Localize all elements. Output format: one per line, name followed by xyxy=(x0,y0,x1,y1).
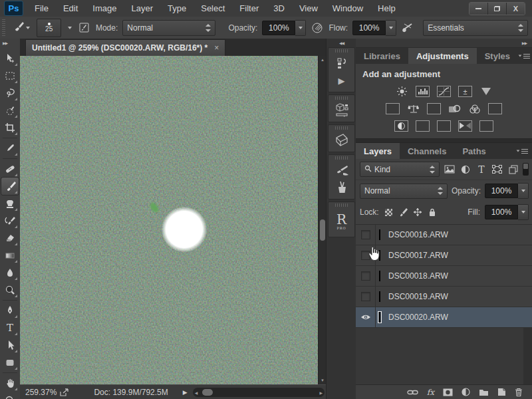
tool-history-brush[interactable] xyxy=(1,212,19,229)
dock-grip[interactable] xyxy=(335,126,348,130)
canvas[interactable] xyxy=(20,56,318,384)
tab-close-icon[interactable]: × xyxy=(214,43,219,53)
airbrush-toggle-icon[interactable] xyxy=(401,22,414,34)
selective-color-icon[interactable] xyxy=(479,120,493,132)
tool-spot-healing-brush[interactable] xyxy=(1,160,19,178)
layer-row-dsc00019[interactable]: DSC00019.ARW xyxy=(356,287,532,307)
tool-dodge[interactable] xyxy=(1,281,19,299)
add-layer-mask-icon[interactable] xyxy=(443,388,453,396)
tool-rectangle[interactable] xyxy=(1,354,19,371)
layer-thumbnail[interactable] xyxy=(378,271,381,281)
layer-row-dsc00016[interactable]: DSC00016.ARW xyxy=(356,225,532,245)
black-white-icon[interactable] xyxy=(427,103,441,114)
flow-dropdown[interactable] xyxy=(386,20,396,36)
new-group-icon[interactable] xyxy=(479,388,489,396)
color-lookup-icon[interactable] xyxy=(488,103,502,114)
dock-grip[interactable] xyxy=(335,96,348,100)
filter-pixel-layers-icon[interactable] xyxy=(443,164,456,176)
tool-move[interactable] xyxy=(1,50,19,67)
filter-type-layers-icon[interactable]: T xyxy=(475,164,487,176)
brush-size-dropdown[interactable] xyxy=(66,19,73,37)
kind-filter-select[interactable]: Kind xyxy=(360,162,440,177)
menu-view[interactable]: View xyxy=(292,1,325,15)
tool-eyedropper[interactable] xyxy=(1,140,19,157)
3d-panel-icon[interactable] xyxy=(332,102,352,119)
filter-adjustment-layers-icon[interactable] xyxy=(459,164,471,176)
tool-lasso[interactable] xyxy=(1,84,19,102)
layer-name[interactable]: DSC00019.ARW xyxy=(388,292,448,301)
tool-presets-panel-icon[interactable] xyxy=(332,179,352,196)
mode-select[interactable]: Normal xyxy=(122,20,215,36)
levels-icon[interactable] xyxy=(416,86,430,97)
dock-grip[interactable] xyxy=(335,203,348,207)
menu-layer[interactable]: Layer xyxy=(124,1,161,15)
scroll-right-icon[interactable]: ▶ xyxy=(319,390,323,395)
tab-channels[interactable]: Channels xyxy=(400,143,455,159)
opacity-dropdown[interactable] xyxy=(295,20,306,36)
close-button[interactable]: X xyxy=(506,3,525,15)
tab-paths[interactable]: Paths xyxy=(454,143,493,159)
menu-image[interactable]: Image xyxy=(85,1,124,15)
layer-name[interactable]: DSC00020.ARW xyxy=(388,313,448,322)
tool-clone-stamp[interactable] xyxy=(1,195,19,212)
layer-thumbnail[interactable] xyxy=(378,291,381,302)
layer-row-dsc00018[interactable]: DSC00018.ARW xyxy=(356,266,532,287)
photo-filter-icon[interactable] xyxy=(448,104,461,114)
scroll-left-icon[interactable]: ◀ xyxy=(195,390,198,395)
brush-size-control[interactable]: 25 xyxy=(37,19,61,37)
layer-thumbnail[interactable] xyxy=(378,312,381,323)
tab-adjustments[interactable]: Adjustments xyxy=(408,48,477,64)
tool-preset-picker[interactable] xyxy=(11,19,32,36)
visibility-toggle[interactable] xyxy=(356,287,376,307)
menu-help[interactable]: Help xyxy=(370,1,403,15)
lock-image-icon[interactable] xyxy=(398,207,408,217)
invert-icon[interactable] xyxy=(394,120,408,132)
link-layers-icon[interactable] xyxy=(407,389,418,396)
layer-thumbnail[interactable] xyxy=(378,229,381,240)
tool-hand[interactable] xyxy=(1,374,19,392)
layer-name[interactable]: DSC00016.ARW xyxy=(388,230,448,239)
dock-expand-icon[interactable]: ▶▶ xyxy=(356,39,532,48)
lock-transparency-icon[interactable] xyxy=(384,207,394,217)
color-balance-icon[interactable] xyxy=(407,104,420,114)
tool-brush[interactable] xyxy=(1,178,19,195)
menu-filter[interactable]: Filter xyxy=(232,1,266,15)
tool-crop[interactable] xyxy=(1,119,19,136)
curves-icon[interactable] xyxy=(437,86,451,97)
vibrance-icon[interactable] xyxy=(479,86,492,96)
menu-file[interactable]: File xyxy=(27,1,56,15)
layer-row-dsc00017[interactable]: DSC00017.ARW xyxy=(356,245,532,266)
ribbon-panel-icon[interactable] xyxy=(332,132,352,149)
layer-style-icon[interactable]: fx xyxy=(427,388,434,397)
tab-layers[interactable]: Layers xyxy=(356,143,400,159)
zoom-level-field[interactable]: 259.37% xyxy=(25,388,57,397)
actions-panel-icon[interactable]: ▶ xyxy=(332,72,352,89)
minimize-button[interactable] xyxy=(469,3,487,15)
status-menu-arrow-icon[interactable]: ▶ xyxy=(183,389,188,396)
tool-blur[interactable] xyxy=(1,264,19,281)
opacity-field[interactable]: 100% xyxy=(262,21,295,35)
new-layer-icon[interactable] xyxy=(497,388,506,396)
history-panel-icon[interactable] xyxy=(332,55,352,72)
layer-name[interactable]: DSC00018.ARW xyxy=(388,271,448,281)
dock-collapse-icon[interactable]: ◀◀ xyxy=(327,39,356,47)
tool-zoom[interactable] xyxy=(1,392,19,399)
delete-layer-icon[interactable] xyxy=(515,388,523,396)
tool-type[interactable]: T xyxy=(1,319,19,336)
panel-menu-button[interactable] xyxy=(518,48,532,64)
layer-blend-mode-select[interactable]: Normal xyxy=(360,184,448,199)
brightness-contrast-icon[interactable] xyxy=(396,86,408,96)
menu-select[interactable]: Select xyxy=(194,1,232,15)
tab-styles[interactable]: Styles xyxy=(477,48,518,64)
brush-settings-panel-icon[interactable] xyxy=(332,162,352,179)
horizontal-scroll-thumb[interactable] xyxy=(202,389,213,396)
toggle-brush-panel-button[interactable] xyxy=(78,22,91,34)
channel-mixer-icon[interactable] xyxy=(468,104,481,114)
restore-button[interactable] xyxy=(487,3,506,15)
menu-3d[interactable]: 3D xyxy=(266,1,292,15)
visibility-toggle[interactable] xyxy=(356,266,376,286)
visibility-toggle[interactable] xyxy=(356,225,376,245)
vertical-scroll-thumb[interactable] xyxy=(320,219,325,241)
document-tab[interactable]: Untitled1 @ 259% (DSC00020.ARW, RGB/16*)… xyxy=(25,39,225,56)
tool-quick-selection[interactable] xyxy=(1,102,19,119)
